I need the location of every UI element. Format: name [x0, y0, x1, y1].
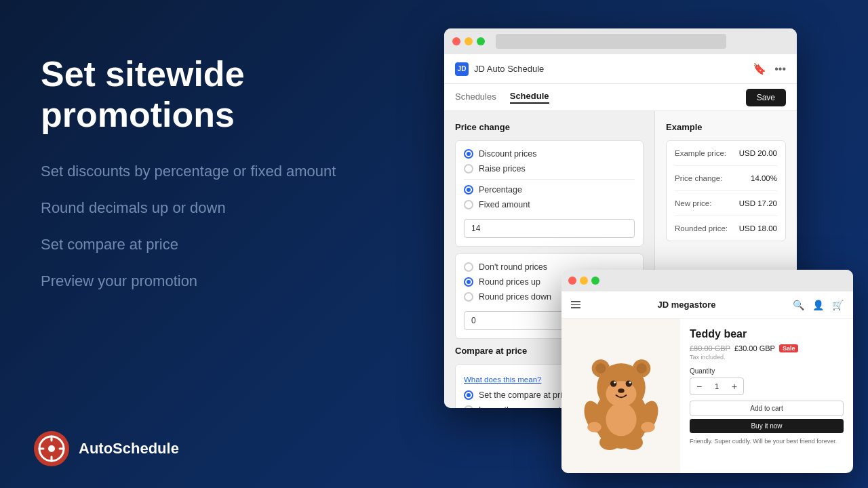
main-heading: Set sitewide promotions [41, 54, 420, 136]
example-row-3: Rounded price: USD 18.00 [675, 224, 777, 232]
example-value-3: USD 18.00 [739, 224, 777, 232]
price-row: £80.00 GBP £30.00 GBP Sale [690, 344, 844, 352]
window-titlebar [444, 28, 797, 54]
svg-point-17 [629, 382, 631, 384]
tab-schedule[interactable]: Schedule [510, 91, 549, 104]
svg-point-15 [625, 380, 631, 386]
account-icon[interactable]: 👤 [812, 300, 824, 310]
quantity-label: Quantity [690, 367, 844, 375]
svg-point-22 [622, 434, 642, 450]
discount-prices-option[interactable]: Discount prices [464, 149, 635, 159]
logo-icon [34, 431, 69, 466]
leave-compare-radio[interactable] [464, 405, 473, 408]
dont-round-label: Don't round prices [479, 262, 547, 272]
store-maximize-button[interactable] [591, 277, 599, 285]
add-to-cart-button[interactable]: Add to cart [690, 401, 844, 416]
bookmark-icon[interactable]: 🔖 [753, 62, 766, 75]
svg-point-14 [610, 380, 616, 386]
app-title-text: JD Auto Schedule [474, 64, 544, 74]
product-info: Teddy bear £80.00 GBP £30.00 GBP Sale Ta… [680, 319, 853, 473]
svg-point-10 [595, 363, 606, 373]
fixed-amount-radio[interactable] [464, 200, 473, 209]
amount-input[interactable] [464, 219, 635, 238]
example-label-2: New price: [675, 199, 711, 207]
quantity-value: 1 [708, 382, 726, 390]
hamburger-icon[interactable] [571, 301, 580, 308]
example-row-1: Price change: 14.00% [675, 174, 777, 191]
example-label-0: Example price: [675, 149, 726, 157]
more-icon[interactable]: ••• [774, 63, 786, 75]
store-name: JD megastore [658, 300, 716, 310]
discount-prices-radio[interactable] [464, 149, 473, 159]
price-change-title: Price change [455, 122, 644, 132]
example-row-0: Example price: USD 20.00 [675, 149, 777, 166]
feature-item-4: Preview your promotion [41, 272, 420, 290]
fixed-amount-option[interactable]: Fixed amount [464, 200, 635, 209]
quantity-increase[interactable]: + [726, 378, 743, 395]
example-row-2: New price: USD 17.20 [675, 199, 777, 216]
round-down-radio[interactable] [464, 292, 473, 302]
app-title-row: JD JD Auto Schedule [455, 62, 544, 76]
round-up-radio[interactable] [464, 277, 473, 287]
minimize-button[interactable] [465, 37, 473, 45]
search-icon[interactable]: 🔍 [793, 300, 804, 310]
fixed-amount-label: Fixed amount [479, 200, 530, 209]
product-image-area [561, 319, 680, 473]
app-logo-icon: JD [455, 62, 469, 76]
tax-note: Tax included. [690, 354, 844, 361]
discount-prices-label: Discount prices [479, 149, 536, 159]
dont-round-radio[interactable] [464, 262, 473, 272]
app-header: JD JD Auto Schedule 🔖 ••• [444, 54, 797, 84]
buy-now-button[interactable]: Buy it now [690, 419, 844, 433]
percentage-label: Percentage [479, 185, 522, 195]
raise-prices-option[interactable]: Raise prices [464, 164, 635, 174]
percentage-option[interactable]: Percentage [464, 185, 635, 195]
left-panel: Set sitewide promotions Set discounts by… [41, 54, 420, 290]
quantity-stepper: − 1 + [690, 378, 744, 395]
example-value-2: USD 17.20 [739, 199, 777, 207]
feature-item-3: Set compare at price [41, 236, 420, 253]
svg-point-24 [587, 422, 601, 432]
divider-1 [464, 179, 635, 180]
percentage-radio[interactable] [464, 185, 473, 195]
logo-text: AutoSchedule [79, 440, 179, 458]
raise-prices-label: Raise prices [479, 164, 526, 174]
tab-schedules[interactable]: Schedules [455, 92, 496, 103]
close-button[interactable] [452, 37, 460, 45]
store-window: JD megastore 🔍 👤 🛒 [561, 270, 853, 473]
discount-raise-group: Discount prices Raise prices Percentage … [455, 140, 644, 247]
svg-point-16 [614, 382, 616, 384]
quantity-decrease[interactable]: − [690, 378, 708, 395]
svg-point-21 [599, 434, 620, 450]
svg-point-23 [606, 403, 636, 436]
save-button[interactable]: Save [746, 89, 786, 106]
svg-point-18 [618, 388, 624, 393]
round-up-label: Round prices up [479, 277, 540, 287]
svg-point-12 [636, 363, 646, 373]
store-minimize-button[interactable] [580, 277, 588, 285]
feature-item-2: Round decimals up or down [41, 199, 420, 217]
svg-point-2 [48, 445, 55, 452]
logo: AutoSchedule [34, 431, 179, 466]
url-bar [496, 34, 726, 49]
store-icons: 🔍 👤 🛒 [793, 300, 844, 310]
store-close-button[interactable] [568, 277, 576, 285]
maximize-button[interactable] [477, 37, 485, 45]
compare-link[interactable]: What does this mean? [464, 375, 541, 384]
nav-tabs: Schedules Schedule Save [444, 84, 797, 111]
cart-icon[interactable]: 🛒 [832, 300, 844, 310]
example-group: Example price: USD 20.00 Price change: 1… [666, 140, 786, 241]
example-value-0: USD 20.00 [739, 149, 777, 157]
store-content: Teddy bear £80.00 GBP £30.00 GBP Sale Ta… [561, 319, 853, 473]
example-title: Example [666, 122, 786, 132]
set-compare-radio[interactable] [464, 390, 473, 400]
example-label-1: Price change: [675, 174, 722, 182]
example-label-3: Rounded price: [675, 224, 728, 232]
feature-item-1: Set discounts by percentage or fixed amo… [41, 163, 420, 180]
store-header: JD megastore 🔍 👤 🛒 [561, 291, 853, 319]
header-actions: 🔖 ••• [753, 62, 786, 75]
product-image [574, 342, 669, 450]
sale-badge: Sale [779, 344, 799, 352]
raise-prices-radio[interactable] [464, 164, 473, 174]
original-price: £80.00 GBP [690, 344, 730, 352]
